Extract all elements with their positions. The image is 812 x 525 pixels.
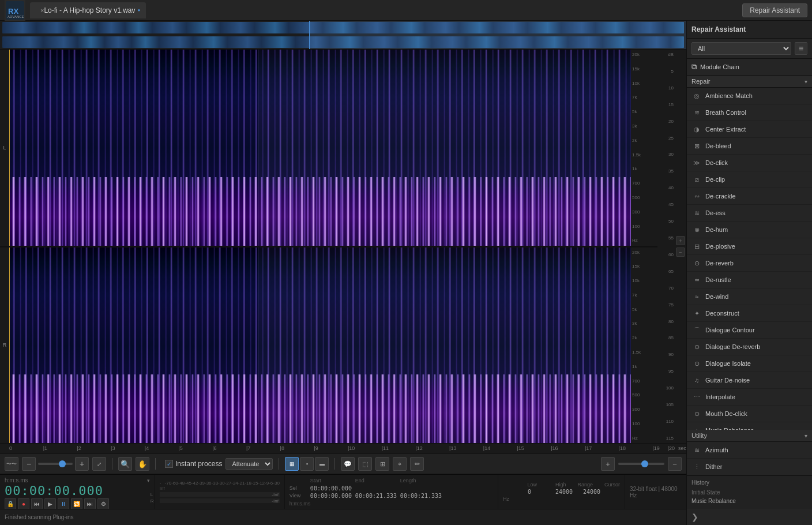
plugin-item-mouth-de-click[interactable]: ⊙Mouth De-click [687,406,812,422]
nh-low: Low [527,482,537,487]
transport-bar: 〜〜 − + ⤢ 🔍 ✋ ✓ Instant process [0,453,686,474]
magnify-tool-btn[interactable]: 🔍 [118,457,132,471]
plugin-item-breath-control[interactable]: ≋Breath Control [687,104,812,121]
ph-length: Length [400,478,441,483]
plugin-item-de-crackle[interactable]: ∾De-crackle [687,188,812,205]
time-2: |2 [77,445,81,451]
separator-1 [112,458,112,470]
format-info: 32-bit float | 48000 Hz [625,475,686,509]
plugin-item-center-extract[interactable]: ◑Center Extract [687,121,812,138]
plugin-name-9: De-plosive [705,243,735,250]
plugin-item-guitar-de-noise[interactable]: ♫Guitar De-noise [687,372,812,389]
time-16: |16 [551,445,558,451]
time-select-btn[interactable]: ⊞ [375,457,389,471]
plugin-item-dialogue-contour[interactable]: ⌒Dialogue Contour [687,322,812,339]
filter-dropdown[interactable]: All Repair Utility [691,42,791,55]
go-start-btn[interactable]: ⏮ [31,498,43,509]
time-10: |10 [348,445,355,451]
plugin-icon-6: ∾ [691,191,702,201]
plugin-item-de-hum[interactable]: ⊗De-hum [687,222,812,238]
freq-labels-L: 20k15k10k7k5k3k2k1.5k1k700500300100Hz [631,50,657,246]
zoom-slider-track[interactable] [38,463,73,465]
plugin-name-10: De-reverb [705,260,734,267]
plugin-item-deconstruct[interactable]: ✦Deconstruct [687,305,812,322]
plugin-item-de-click[interactable]: ≫De-click [687,155,812,171]
zoom-out-btn[interactable]: − [676,247,685,257]
spectrogram-wrapper[interactable]: L [0,50,686,443]
plugin-item-interpolate[interactable]: ⋯Interpolate [687,389,812,406]
num-values-row: 0 24000 24000 [503,489,620,495]
plugin-item-de-bleed[interactable]: ⊠De-bleed [687,138,812,155]
channel-L-spectrogram[interactable] [9,50,631,246]
expand-arrow[interactable]: ❯ [691,512,698,522]
plugin-name-4: De-click [705,159,728,166]
utility-item-azimuth[interactable]: ≋Azimuth [687,442,812,459]
zoom-in-h-btn[interactable]: + [75,457,89,471]
nh-blank [503,482,520,487]
hz-label: Hz [503,496,620,502]
plugin-item-de-rustle[interactable]: ≃De-rustle [687,272,812,288]
zoom-out-h-btn[interactable]: − [22,457,36,471]
num-low: 0 [528,489,551,495]
stereo-view-btn[interactable]: ▬ [315,457,329,471]
waveform-overview[interactable] [0,21,686,50]
hand-tool-btn[interactable]: ✋ [136,457,149,471]
history-item-initial[interactable]: Initial State [691,488,807,497]
plugin-item-de-reverb[interactable]: ⊙De-reverb [687,255,812,272]
settings-btn[interactable]: ⚙ [97,498,109,509]
zoom-right-slider[interactable] [618,463,664,465]
comment-btn[interactable]: 💬 [341,457,355,471]
module-chain-btn[interactable]: ⧉ Module Chain [687,59,812,76]
category-utility-header[interactable]: Utility ▾ [687,430,812,442]
channel-view-btn[interactable]: ▪ [300,457,314,471]
overview-track-L [2,22,684,33]
channel-R-spectrogram[interactable] [9,247,631,444]
zoom-in-btn[interactable]: + [676,236,685,245]
repair-assistant-button[interactable]: Repair Assistant [742,3,807,17]
freq-labels-R: 20k15k10k7k5k3k2k1.5k1k700500300100Hz [631,247,657,444]
plugin-icon-16: ⊙ [691,358,702,369]
channel-R-label: R [0,247,9,444]
plugin-item-music-rebalance[interactable]: ♪Music Rebalance [687,422,812,430]
category-utility-arrow: ▾ [805,433,807,439]
plugin-list[interactable]: ◎Ambience Match≋Breath Control◑Center Ex… [687,88,812,430]
play-btn[interactable]: ▶ [44,498,56,509]
markers-btn[interactable]: ⌖ [393,457,407,471]
plugin-item-de-plosive[interactable]: ⊟De-plosive [687,238,812,255]
plugin-item-de-ess[interactable]: ≋De-ess [687,205,812,222]
attenuation-dropdown[interactable]: Attenuate [225,458,273,470]
plugin-item-de-clip[interactable]: ⧄De-clip [687,171,812,188]
plugin-item-de-wind[interactable]: ≈De-wind [687,288,812,305]
plugin-name-18: Interpolate [705,393,735,400]
zoom-out-right-btn[interactable]: − [668,457,682,471]
instant-process-checkbox[interactable]: ✓ [165,460,173,468]
channel-R-row: R 20k15k10k7k5k3k2k1.5k1k700500300100Hz [0,247,657,444]
plugin-item-dialogue-de-reverb[interactable]: ⊙Dialogue De-reverb [687,339,812,355]
pause-btn[interactable]: ⏸ [58,498,69,509]
lock-btn[interactable]: 🔒 [5,498,16,509]
waveform-view-btn[interactable]: 〜〜 [5,457,18,471]
utility-icon-1: ⋮ [691,462,702,472]
plugin-item-dialogue-isolate[interactable]: ⊙Dialogue Isolate [687,355,812,372]
pencil-btn[interactable]: ✏ [410,457,424,471]
history-item-action[interactable]: Music Rebalance [691,497,807,505]
plugin-name-1: Breath Control [705,109,746,116]
plugin-name-7: De-ess [705,209,725,216]
zoom-in-right-btn[interactable]: + [601,457,615,471]
utility-item-dither[interactable]: ⋮Dither [687,459,812,475]
go-end-btn[interactable]: ⏭ [84,498,96,509]
plugin-icon-11: ≃ [691,275,702,285]
select-tool-btn[interactable]: ⬚ [358,457,372,471]
num-high: 24000 [555,489,578,495]
plugin-name-5: De-clip [705,176,725,183]
spectral-view-btn[interactable]: ▦ [285,457,299,471]
file-tab[interactable]: × Lo-fi - A Hip-hop Story v1.wav ● [30,2,146,18]
time-format-arrow[interactable]: ▾ [147,478,150,483]
loop-btn[interactable]: 🔁 [71,498,82,509]
zoom-fit-btn[interactable]: ⤢ [92,457,106,471]
time-ruler[interactable]: 0 |1 |2 |3 |4 |5 |6 |7 |8 |9 |10 |11 |12… [0,443,686,453]
record-btn[interactable]: ● [18,498,29,509]
plugin-item-ambience-match[interactable]: ◎Ambience Match [687,88,812,104]
panel-menu-btn[interactable]: ≡ [795,42,807,55]
category-repair-header[interactable]: Repair ▾ [687,76,812,88]
